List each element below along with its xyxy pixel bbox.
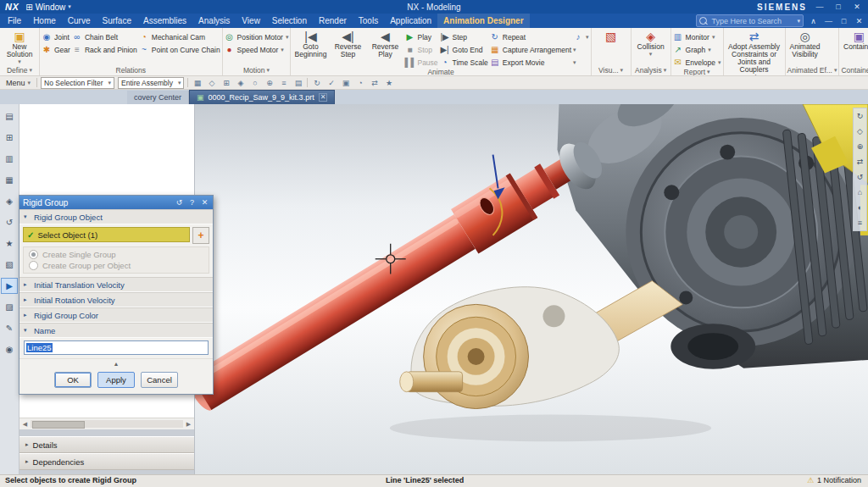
adopt-assembly-constraints-button[interactable]: ⇄ Adopt Assembly Constraints or Joints a… [726, 29, 783, 74]
pause-button[interactable]: ▌▌Pause [404, 57, 437, 68]
window-split-icon[interactable]: ⊞ [220, 79, 231, 87]
tab-assemblies[interactable]: Assemblies [137, 14, 192, 28]
minimize-ribbon-icon[interactable]: ∧ [808, 17, 819, 25]
position-motor-button[interactable]: ◎Position Motor▾ [225, 31, 289, 42]
part-navigator-icon[interactable]: ▥ [1, 151, 18, 167]
chain-belt-button[interactable]: ∞Chain Belt [72, 31, 137, 42]
close-button[interactable]: ✕ [851, 3, 863, 11]
radio-create-single-group[interactable]: Create Single Group [24, 249, 209, 260]
define-group-label[interactable]: Define ▾ [2, 65, 37, 75]
time-scale-button[interactable]: ◔Time Scale [440, 57, 488, 68]
scroll-left-icon[interactable]: ◀ [20, 421, 30, 428]
dialog-help-icon[interactable]: ? [187, 198, 197, 207]
fit-view-icon[interactable]: ◇ [854, 125, 866, 137]
visual-reports-icon[interactable]: ▨ [1, 299, 18, 315]
tab-application[interactable]: Application [384, 14, 437, 28]
step-button[interactable]: |▶Step [440, 31, 488, 42]
more-tools-icon[interactable]: ≡ [854, 217, 866, 229]
maximize-button[interactable]: □ [832, 3, 844, 11]
tab-home[interactable]: Home [27, 14, 62, 28]
tab-tools[interactable]: Tools [353, 14, 384, 28]
constraint-navigator-icon[interactable]: ⊞ [1, 130, 18, 146]
render-style-icon[interactable]: ◐ [854, 202, 866, 213]
visualization-button[interactable]: ▧ [593, 29, 629, 43]
scroll-track[interactable] [31, 420, 183, 428]
clock-icon[interactable]: ◔ [354, 79, 365, 87]
point-snap-icon[interactable]: ⊕ [264, 79, 275, 87]
animate-group-label[interactable]: Animate [292, 68, 588, 76]
dialog-close-icon[interactable]: ✕ [200, 198, 209, 207]
view-manager-icon[interactable]: ◈ [1, 193, 18, 209]
home-view-icon[interactable]: ⌂ [854, 186, 866, 198]
rigid-group-color-section[interactable]: ▸ Rigid Group Color [19, 307, 213, 323]
rack-and-pinion-button[interactable]: ≡Rack and Pinion [72, 44, 137, 55]
notification-area[interactable]: ⚠ 1 Notification [807, 476, 861, 484]
clutch-hub[interactable] [424, 304, 529, 408]
select-object-field[interactable]: ✓ Select Object (1) [23, 227, 190, 242]
notes-icon[interactable]: ✎ [1, 320, 18, 336]
solid-icon[interactable]: ▣ [340, 79, 351, 87]
command-search[interactable]: ▾ [696, 14, 804, 27]
tab-discovery-center[interactable]: covery Center [127, 91, 189, 104]
process-studio-icon[interactable]: ★ [1, 235, 18, 252]
motion-group-label[interactable]: Motion ▾ [225, 65, 289, 75]
window-menu[interactable]: ⊞ Window ▾ [25, 3, 70, 12]
play-button[interactable]: ▶Play [404, 31, 437, 42]
tab-selection[interactable]: Selection [266, 14, 313, 28]
export-movie-button[interactable]: ▤Export Movie [490, 57, 571, 68]
initial-translation-velocity-section[interactable]: ▸ Initial Translation Velocity [19, 277, 213, 292]
touch-mode-icon[interactable]: ◉ [1, 341, 18, 357]
cancel-button[interactable]: Cancel [141, 372, 178, 388]
menu-button[interactable]: Menu ▾ [3, 79, 33, 87]
close-tab-icon[interactable]: ✕ [319, 93, 328, 102]
search-dropdown-icon[interactable]: ▾ [797, 18, 800, 25]
reuse-library-icon[interactable]: ▦ [1, 172, 18, 188]
refresh-view-icon[interactable]: ↻ [854, 110, 866, 122]
reverse-step-button[interactable]: ◀| Reverse Step [330, 29, 365, 58]
manage-parts-icon[interactable]: ▧ [1, 257, 18, 273]
dialog-reset-icon[interactable]: ↺ [175, 198, 184, 207]
point-dialog-button[interactable]: + [192, 227, 209, 244]
gear-button[interactable]: ✱Gear [42, 44, 70, 55]
ok-button[interactable]: OK [54, 372, 92, 388]
tab-animation-designer[interactable]: Animation Designer [437, 14, 529, 28]
envelope-button[interactable]: ✉Envelope▾ [673, 57, 721, 68]
tab-surface[interactable]: Surface [97, 14, 137, 28]
orient-icon[interactable]: ◈ [235, 79, 246, 87]
tab-curve[interactable]: Curve [62, 14, 97, 28]
monitor-button[interactable]: ▥Monitor▾ [673, 31, 721, 42]
repeat-button[interactable]: ↻Repeat [490, 31, 571, 42]
animation-navigator-icon[interactable]: ▶ [1, 278, 18, 294]
list-icon[interactable]: ≡ [278, 79, 289, 87]
doc-minimize-icon[interactable]: — [823, 17, 834, 25]
swap-view-icon[interactable]: ⇄ [369, 79, 380, 87]
scroll-thumb[interactable] [32, 421, 85, 429]
collision-button[interactable]: ◈ Collision ▾ [633, 29, 669, 57]
dialog-collapse-button[interactable]: ▲ [19, 358, 213, 368]
animate-option-dropdown[interactable]: ▾ [573, 57, 589, 68]
radio-create-group-per-object[interactable]: Create Group per Object [24, 260, 209, 271]
new-solution-button[interactable]: ▣ New Solution ▾ [2, 29, 37, 64]
circle-select-icon[interactable]: ○ [249, 79, 260, 87]
initial-rotation-velocity-section[interactable]: ▸ Initial Rotation Velocity [19, 292, 213, 307]
scroll-right-icon[interactable]: ▶ [184, 421, 193, 428]
favorites-icon[interactable]: ★ [383, 79, 394, 87]
doc-close-icon[interactable]: ✕ [854, 17, 865, 25]
rotate-view-icon[interactable]: ↺ [854, 171, 866, 183]
datum-icon[interactable]: ◇ [206, 79, 217, 87]
capture-arrangement-button[interactable]: ▦Capture Arrangement [490, 44, 571, 55]
selection-filter-combo[interactable]: No Selection Filter ▾ [41, 77, 114, 89]
relations-group-label[interactable]: Relations [42, 65, 220, 75]
rigid-group-object-section[interactable]: ▾ Rigid Group Object [19, 209, 213, 224]
assembly-navigator-icon[interactable]: ▤ [1, 108, 18, 125]
speed-motor-button[interactable]: ●Speed Motor▾ [225, 44, 289, 55]
stop-button[interactable]: ■Stop [404, 44, 437, 55]
apply-button[interactable]: Apply [97, 372, 135, 388]
joint-button[interactable]: ◉Joint [42, 31, 70, 42]
goto-end-button[interactable]: ▶|Goto End [440, 44, 488, 55]
zoom-icon[interactable]: ⊕ [854, 141, 866, 152]
animated-visibility-button[interactable]: ◎ Animated Visibility [787, 29, 823, 58]
search-input[interactable] [709, 16, 794, 26]
tab-view[interactable]: View [236, 14, 266, 28]
horizontal-scrollbar[interactable]: ◀ ▶ [19, 418, 194, 429]
